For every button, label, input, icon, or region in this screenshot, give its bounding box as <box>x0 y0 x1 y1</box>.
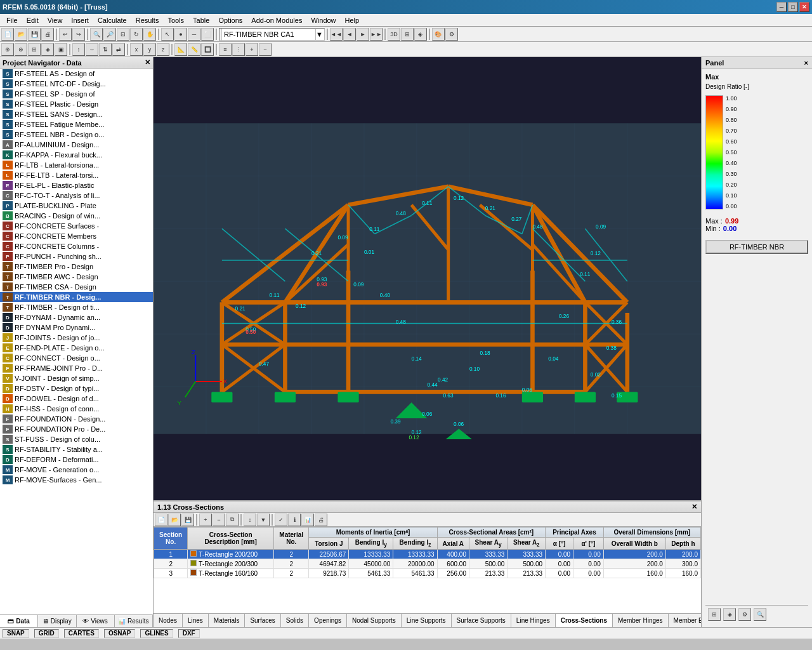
menu-window[interactable]: Window <box>307 15 339 25</box>
tb-render[interactable]: ◈ <box>414 28 427 41</box>
tb2-5[interactable]: ▣ <box>55 43 67 56</box>
bottom-tab-materials[interactable]: Materials <box>209 614 246 627</box>
module-dropdown[interactable]: RF-TIMBER NBR CA1 <box>221 28 316 41</box>
nav-item[interactable]: PRF-PUNCH - Punching sh... <box>0 251 153 262</box>
tb-node[interactable]: ● <box>174 28 187 41</box>
tb-open[interactable]: 📂 <box>15 28 27 41</box>
tb-redo[interactable]: ↪ <box>72 28 85 41</box>
nav-item[interactable]: KRF-KAPPA - Flexural buck... <box>0 150 153 160</box>
tb2-3[interactable]: ⊞ <box>28 43 41 56</box>
bt-open[interactable]: 📂 <box>168 514 181 526</box>
nav-item[interactable]: PPLATE-BUCKLING - Plate <box>0 201 153 211</box>
status-snap[interactable]: SNAP <box>3 629 29 638</box>
bottom-panel-close[interactable]: ✕ <box>691 503 697 511</box>
tb-rotate[interactable]: ↻ <box>130 28 143 41</box>
tb-color[interactable]: 🎨 <box>432 28 445 41</box>
tb2-15[interactable]: 🔲 <box>201 43 214 56</box>
menu-file[interactable]: File <box>3 15 22 25</box>
nav-item[interactable]: DRF DYNAM Pro Dynami... <box>0 322 153 333</box>
tb-new[interactable]: 📄 <box>1 28 14 41</box>
dropdown-arrow[interactable]: ▼ <box>316 30 323 38</box>
nav-item[interactable]: HRF-HSS - Design of conn... <box>0 404 153 414</box>
table-row[interactable]: 1T-Rectangle 200/200222506.6713333.33133… <box>154 550 701 559</box>
nav-item[interactable]: TRF-TIMBER Pro - Design <box>0 262 153 272</box>
bt-del[interactable]: − <box>213 514 225 526</box>
nav-tab-views[interactable]: 👁 Views <box>77 615 115 627</box>
module-dropdown-wrapper[interactable]: RF-TIMBER NBR CA1 ▼ <box>219 28 325 41</box>
rf-timber-btn[interactable]: RF-TIMBER NBR <box>705 240 808 254</box>
nav-item[interactable]: CRF-CONCRETE Members <box>0 231 153 241</box>
nav-item[interactable]: MRF-MOVE-Surfaces - Gen... <box>0 475 153 485</box>
tb2-9[interactable]: ⇄ <box>112 43 125 56</box>
status-glines[interactable]: GLINES <box>140 629 173 638</box>
nav-item[interactable]: VV-JOINT - Design of simp... <box>0 373 153 383</box>
bt-add[interactable]: + <box>199 514 212 526</box>
menu-insert[interactable]: Insert <box>67 15 93 25</box>
bt-check[interactable]: ✓ <box>275 514 287 526</box>
tb-fit[interactable]: ⊡ <box>117 28 129 41</box>
tb-next[interactable]: ► <box>357 28 369 41</box>
menu-results[interactable]: Results <box>132 15 163 25</box>
nav-item[interactable]: MRF-MOVE - Generation o... <box>0 465 153 475</box>
tb-next-next[interactable]: ►► <box>370 28 383 41</box>
tb-undo[interactable]: ↩ <box>59 28 72 41</box>
tb2-13[interactable]: 📐 <box>174 43 187 56</box>
nav-item[interactable]: DRF-DSTV - Design of typi... <box>0 383 153 394</box>
status-dxf[interactable]: DXF <box>178 629 200 638</box>
panel-icon-table[interactable]: ⊞ <box>708 608 721 621</box>
tb2-8[interactable]: ⇅ <box>99 43 112 56</box>
tb-select[interactable]: ↖ <box>161 28 174 41</box>
menu-calculate[interactable]: Calculate <box>94 15 131 25</box>
nav-item[interactable]: CRF-C-TO-T - Analysis of li... <box>0 190 153 201</box>
tb2-19[interactable]: − <box>259 43 272 56</box>
menu-tools[interactable]: Tools <box>164 15 188 25</box>
nav-tab-results[interactable]: 📊 Results <box>115 615 153 627</box>
minimize-button[interactable]: ─ <box>776 2 787 12</box>
bt-chart[interactable]: 📊 <box>301 514 314 526</box>
nav-item[interactable]: TRF-TIMBER - Design of ti... <box>0 302 153 312</box>
menu-options[interactable]: Options <box>214 15 246 25</box>
bottom-tab-nodal-supports[interactable]: Nodal Supports <box>347 614 402 627</box>
tb-3d[interactable]: 3D <box>388 28 400 41</box>
bottom-tab-line-hinges[interactable]: Line Hinges <box>511 614 556 627</box>
bottom-tab-cross-sections[interactable]: Cross-Sections <box>556 614 613 627</box>
nav-item[interactable]: SRF-STEEL SANS - Design... <box>0 109 153 119</box>
status-grid[interactable]: GRID <box>34 629 59 638</box>
nav-item[interactable]: FRF-FOUNDATION Pro - De... <box>0 424 153 434</box>
tb-save[interactable]: 💾 <box>28 28 41 41</box>
nav-item[interactable]: BBRACING - Design of win... <box>0 211 153 221</box>
tb2-2[interactable]: ⊗ <box>15 43 27 56</box>
tb2-7[interactable]: ↔ <box>86 43 98 56</box>
tb2-14[interactable]: 📏 <box>188 43 200 56</box>
bottom-tab-member-hinges[interactable]: Member Hinges <box>613 614 669 627</box>
bt-info[interactable]: ℹ <box>288 514 301 526</box>
bottom-tab-openings[interactable]: Openings <box>309 614 347 627</box>
tb2-4[interactable]: ◈ <box>41 43 54 56</box>
bottom-tab-member-eccentricities[interactable]: Member Eccentricities <box>669 614 701 627</box>
nav-item[interactable]: SRF-STEEL SP - Design of <box>0 89 153 99</box>
tb2-17[interactable]: ⋮ <box>232 43 245 56</box>
menu-help[interactable]: Help <box>341 15 363 25</box>
status-cartes[interactable]: CARTES <box>64 629 99 638</box>
nav-item[interactable]: CRF-CONCRETE Columns - <box>0 241 153 251</box>
tb-zoom-out[interactable]: 🔎 <box>103 28 116 41</box>
menu-addon[interactable]: Add-on Modules <box>247 15 306 25</box>
tb-wireframe[interactable]: ⊞ <box>401 28 414 41</box>
nav-item[interactable]: SRF-STEEL Plastic - Design <box>0 99 153 109</box>
bt-new[interactable]: 📄 <box>155 514 167 526</box>
tb-settings[interactable]: ⚙ <box>445 28 458 41</box>
maximize-button[interactable]: □ <box>788 2 798 12</box>
nav-tab-data[interactable]: 🗃 Data <box>0 615 38 627</box>
nav-item[interactable]: ARF-ALUMINIUM - Design... <box>0 140 153 150</box>
bottom-tab-surface-supports[interactable]: Surface Supports <box>452 614 511 627</box>
nav-item[interactable]: DRF-DYNAM - Dynamic an... <box>0 312 153 322</box>
tb2-12[interactable]: z <box>157 43 169 56</box>
bt-dup[interactable]: ⧉ <box>226 514 239 526</box>
viewport[interactable]: 0.21 0.12 0.09 0.01 0.40 0.48 0.14 0.44 … <box>154 57 701 500</box>
bottom-tab-solids[interactable]: Solids <box>281 614 309 627</box>
bt-filter[interactable]: ▼ <box>257 514 270 526</box>
nav-close-icon[interactable]: ✕ <box>145 58 150 67</box>
menu-table[interactable]: Table <box>189 15 213 25</box>
bottom-tab-surfaces[interactable]: Surfaces <box>245 614 280 627</box>
nav-item[interactable]: CRF-CONNECT - Design o... <box>0 353 153 363</box>
